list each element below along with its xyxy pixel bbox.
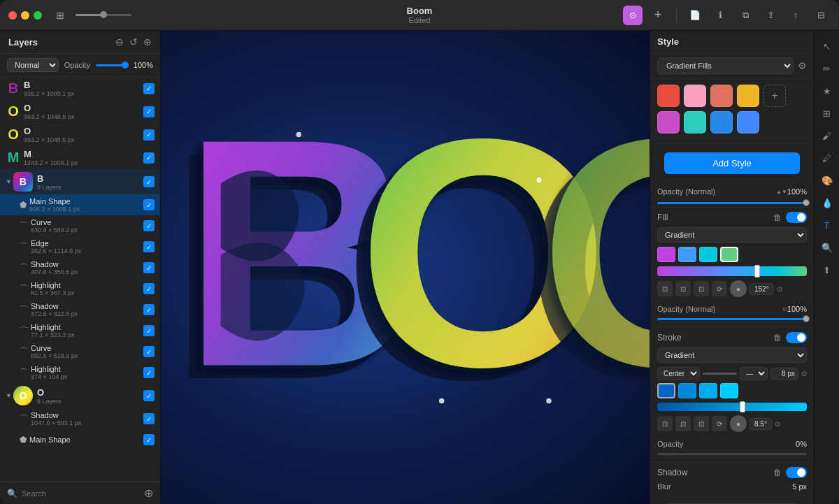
layer-curve2-check[interactable]: ✓ bbox=[143, 346, 155, 357]
maximize-button[interactable] bbox=[34, 11, 42, 20]
opacity-full-slider[interactable] bbox=[657, 202, 807, 204]
stroke-gradient-thumb[interactable] bbox=[740, 401, 745, 412]
fill-gc-btn3[interactable]: ⊡ bbox=[694, 281, 709, 296]
paint-icon[interactable]: 🎨 bbox=[817, 171, 837, 190]
O-group-expand-arrow[interactable]: ▼ bbox=[6, 392, 12, 399]
layer-curve1-check[interactable]: ✓ bbox=[143, 220, 155, 231]
add-icon[interactable]: + bbox=[648, 6, 668, 25]
fill-gradient-bar[interactable] bbox=[657, 266, 807, 276]
fill-opacity-slider[interactable] bbox=[657, 318, 807, 320]
canvas-area[interactable]: B B O O O O bbox=[161, 31, 650, 504]
shadow-toggle[interactable] bbox=[786, 467, 807, 478]
layer-item-edge[interactable]: ⌒ Edge 262.6 × 1114.6 px ✓ bbox=[0, 236, 160, 257]
fills-settings-icon[interactable]: ⚙ bbox=[798, 60, 807, 71]
layer-item-shadow1[interactable]: ⌒ Shadow 407.8 × 356.5 px ✓ bbox=[0, 257, 160, 278]
fill-stop4-swatch[interactable] bbox=[720, 247, 738, 262]
layer-highlight1-check[interactable]: ✓ bbox=[143, 283, 155, 294]
search-input[interactable] bbox=[22, 489, 144, 498]
stroke-opacity-slider[interactable] bbox=[657, 453, 807, 455]
layer-item-shadow3[interactable]: ⌒ Shadow 1047.6 × 593.1 px ✓ bbox=[0, 408, 160, 429]
stroke-toggle[interactable] bbox=[786, 332, 807, 343]
layer-item-M1[interactable]: M M 1243.2 × 1009.1 px ✓ bbox=[0, 146, 160, 169]
layer-O2-check[interactable]: ✓ bbox=[143, 129, 155, 141]
stroke-angle-input[interactable]: 8.5° bbox=[750, 418, 772, 430]
star-icon[interactable]: ★ bbox=[817, 81, 837, 101]
stroke-delete-icon[interactable]: 🗑 bbox=[773, 333, 782, 343]
pencil-icon[interactable]: ✏ bbox=[817, 59, 837, 78]
blend-mode-select[interactable]: Normal Multiply Screen bbox=[7, 58, 59, 72]
layer-item-main-shape2[interactable]: ⬟ Main Shape ✓ bbox=[0, 429, 160, 450]
grid-icon[interactable]: ⊞ bbox=[817, 103, 837, 123]
layer-main-shape-check[interactable]: ✓ bbox=[143, 199, 155, 210]
layer-main-shape2-check[interactable]: ✓ bbox=[143, 434, 155, 445]
stroke-position-select[interactable]: Center Inner Outer bbox=[657, 367, 700, 380]
layer-O1-check[interactable]: ✓ bbox=[143, 106, 155, 117]
stroke-style-select[interactable]: — bbox=[740, 367, 768, 380]
stroke-gradient-bar[interactable] bbox=[657, 403, 807, 411]
layer-highlight3-check[interactable]: ✓ bbox=[143, 367, 155, 378]
shadow-delete-icon[interactable]: 🗑 bbox=[773, 468, 782, 477]
fill-gc-circle[interactable]: ● bbox=[730, 280, 747, 297]
add-layer-icon[interactable]: ⊕ bbox=[144, 487, 153, 500]
stroke-gc-btn1[interactable]: ⊡ bbox=[657, 416, 673, 431]
stroke-gc-btn4[interactable]: ⟳ bbox=[712, 416, 727, 431]
layer-item-B-group[interactable]: ▼ B B 9 Layers ✓ bbox=[0, 169, 160, 194]
fill-toggle[interactable] bbox=[786, 212, 807, 223]
fill-stop3-swatch[interactable] bbox=[699, 247, 717, 262]
layer-item-O-group[interactable]: ▼ O O 8 Layers ✓ bbox=[0, 383, 160, 408]
layer-shadow2-check[interactable]: ✓ bbox=[143, 304, 155, 315]
fill-gc-btn2[interactable]: ⊡ bbox=[675, 281, 691, 296]
stroke-stop2-swatch[interactable] bbox=[678, 383, 696, 398]
sidebar-toggle-icon[interactable]: ⊞ bbox=[50, 6, 70, 25]
fill-opacity-stepper[interactable]: ⊙ bbox=[782, 306, 787, 312]
swatch-blue[interactable] bbox=[710, 111, 733, 134]
present-icon[interactable]: ⊙ bbox=[623, 6, 643, 25]
layer-item-curve2[interactable]: ⌒ Curve 892.6 × 518.9 px ✓ bbox=[0, 341, 160, 362]
layer-M1-check[interactable]: ✓ bbox=[143, 152, 155, 164]
dropper-icon[interactable]: 💧 bbox=[817, 193, 837, 213]
export-icon[interactable]: ↑ bbox=[786, 6, 805, 25]
layer-item-O2[interactable]: O O 983.2 × 1048.5 px ✓ bbox=[0, 123, 160, 146]
layers-minus-icon[interactable]: ⊖ bbox=[115, 36, 124, 48]
type-icon[interactable]: T bbox=[817, 215, 837, 235]
layers-refresh-icon[interactable]: ↺ bbox=[129, 36, 138, 48]
search-panel-icon[interactable]: 🔍 bbox=[817, 238, 837, 257]
layer-O-group-check[interactable]: ✓ bbox=[143, 390, 155, 401]
stroke-gc-btn3[interactable]: ⊡ bbox=[694, 416, 709, 431]
layer-highlight2-check[interactable]: ✓ bbox=[143, 325, 155, 336]
add-swatch-button[interactable]: + bbox=[763, 85, 786, 107]
layer-item-curve1[interactable]: ⌒ Curve 830.9 × 589.2 px ✓ bbox=[0, 215, 160, 236]
gradient-fills-select[interactable]: Gradient Fills Solid Fills Image Fills bbox=[657, 57, 794, 74]
layer-item-main-shape[interactable]: ⬟ Main Shape 926.2 × 1009.1 px ✓ bbox=[0, 194, 160, 215]
layer-item-highlight2[interactable]: ⌒ Highlight 77.1 × 323.3 px ✓ bbox=[0, 320, 160, 341]
layer-shadow1-check[interactable]: ✓ bbox=[143, 262, 155, 273]
stroke-stop4-swatch[interactable] bbox=[720, 383, 738, 398]
stroke-gc-btn2[interactable]: ⊡ bbox=[675, 416, 691, 431]
fill-type-select[interactable]: Gradient Solid Image bbox=[657, 227, 807, 243]
fill-stop1-swatch[interactable] bbox=[657, 247, 675, 262]
stroke-stop1-swatch[interactable] bbox=[657, 383, 675, 398]
add-style-button[interactable]: Add Style bbox=[664, 152, 800, 174]
layer-B-group-check[interactable]: ✓ bbox=[143, 176, 155, 187]
fill-angle-stepper[interactable]: ⊙ bbox=[777, 285, 782, 293]
swatch-yellow[interactable] bbox=[737, 85, 759, 107]
share-icon[interactable]: ⇪ bbox=[761, 6, 780, 25]
layer-item-highlight1[interactable]: ⌒ Highlight 81.5 × 367.3 px ✓ bbox=[0, 278, 160, 299]
fill-stop2-swatch[interactable] bbox=[678, 247, 696, 262]
group-expand-arrow[interactable]: ▼ bbox=[6, 178, 12, 185]
stroke-angle-stepper[interactable]: ⊙ bbox=[775, 420, 780, 428]
swatch-purple[interactable] bbox=[657, 111, 680, 134]
swatch-pink[interactable] bbox=[684, 85, 706, 107]
pen-icon[interactable]: 🖊 bbox=[817, 148, 837, 168]
layer-shadow3-check[interactable]: ✓ bbox=[143, 413, 155, 424]
fill-angle-input[interactable]: 152° bbox=[750, 283, 774, 295]
layer-item-O1[interactable]: O O 983.2 × 1048.5 px ✓ bbox=[0, 100, 160, 123]
brush-icon[interactable]: 🖌 bbox=[817, 126, 837, 145]
cursor-icon[interactable]: ↖ bbox=[817, 36, 837, 56]
opacity-slider[interactable] bbox=[96, 64, 127, 66]
swatch-red[interactable] bbox=[657, 85, 680, 107]
opacity-stepper[interactable]: ▲▼ bbox=[776, 189, 787, 195]
close-button[interactable] bbox=[8, 11, 17, 20]
stroke-gc-circle[interactable]: ● bbox=[730, 415, 747, 432]
minimize-button[interactable] bbox=[21, 11, 29, 20]
